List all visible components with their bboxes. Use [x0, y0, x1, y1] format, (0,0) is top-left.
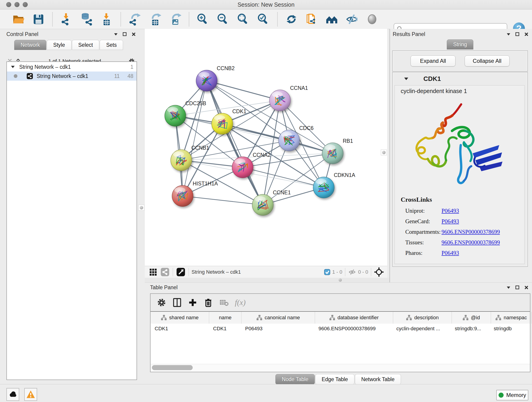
memory-button[interactable]: Memory	[496, 390, 528, 400]
network-node-CCNE1[interactable]: CCNE1	[252, 190, 291, 216]
network-node-HIST1H1A[interactable]: HIST1H1A	[172, 181, 218, 206]
crosslink-value-link[interactable]: 9606.ENSP00000378699	[442, 229, 500, 235]
birds-eye-view-icon[interactable]	[176, 267, 186, 277]
tab-select[interactable]: Select	[72, 40, 99, 50]
refresh-view-button[interactable]	[284, 12, 298, 26]
float-menu-icon[interactable]	[114, 32, 118, 37]
hide-eye-button[interactable]	[345, 12, 359, 26]
cell--id[interactable]: stringdb:9...	[451, 324, 490, 334]
import-network-database-button[interactable]	[80, 12, 94, 26]
zoom-out-button[interactable]	[216, 12, 230, 26]
delete-table-button[interactable]	[218, 297, 230, 308]
cell-namespac[interactable]: stringdb	[490, 324, 530, 334]
tab-sets[interactable]: Sets	[100, 40, 123, 50]
crosslink-row: Uniprot:P06493	[405, 206, 520, 216]
zoom-fit-button[interactable]	[236, 12, 250, 26]
right-splitter-handle[interactable]	[381, 149, 387, 155]
add-column-button[interactable]	[187, 297, 198, 308]
cell-name[interactable]: CDK1	[209, 324, 241, 334]
hidden-eye-icon[interactable]	[348, 268, 356, 276]
show-sphere-button[interactable]	[365, 12, 379, 26]
export-table-button[interactable]	[148, 12, 162, 26]
warning-button[interactable]	[24, 388, 37, 401]
delete-column-button[interactable]	[203, 297, 214, 308]
share-document-button[interactable]	[304, 12, 319, 26]
node-label: RB1	[343, 138, 353, 144]
tab-node-table[interactable]: Node Table	[275, 374, 315, 385]
cell-database-identifier[interactable]: 9606.ENSP00000378699	[314, 324, 392, 334]
network-node-CCNA1[interactable]: CCNA1	[269, 85, 308, 111]
tab-network[interactable]: Network	[14, 40, 46, 50]
grid-view-icon[interactable]	[148, 267, 158, 277]
network-node-CDK1[interactable]: CDK1	[212, 108, 246, 134]
network-edge[interactable]	[183, 81, 207, 196]
collapse-all-button[interactable]: Collapse All	[465, 56, 510, 66]
left-splitter-handle[interactable]	[138, 205, 144, 211]
tab-edge-table[interactable]: Edge Table	[315, 374, 355, 385]
crosslink-value-link[interactable]: 9606.ENSP00000378699	[442, 239, 500, 246]
column-header--id[interactable]: @id	[452, 312, 491, 324]
gene-section-header[interactable]: CDK1	[393, 72, 527, 85]
share-view-icon[interactable]	[160, 267, 170, 277]
column-header-namespac[interactable]: namespac	[491, 312, 532, 324]
home-button[interactable]	[325, 12, 339, 26]
float-panel-icon[interactable]	[515, 32, 520, 37]
function-builder-button[interactable]: f(x)	[235, 298, 246, 307]
network-row[interactable]: String Network – cdk1 11 48	[7, 71, 137, 81]
table-row[interactable]: CDK1CDK1P064939606.ENSP00000378699cyclin…	[151, 324, 530, 334]
tab-style[interactable]: Style	[47, 40, 71, 50]
scrollbar-thumb[interactable]	[152, 365, 193, 370]
save-session-button[interactable]	[32, 12, 46, 26]
tab-network-table[interactable]: Network Table	[355, 374, 401, 385]
close-panel-icon[interactable]	[131, 32, 136, 37]
column-header-name[interactable]: name	[209, 312, 241, 324]
crosslink-value-link[interactable]: P06493	[442, 218, 459, 225]
float-menu-icon[interactable]	[506, 285, 511, 290]
split-columns-button[interactable]	[171, 297, 183, 308]
network-edge[interactable]	[243, 167, 324, 187]
import-network-button[interactable]	[59, 12, 74, 26]
zoom-selected-button[interactable]	[256, 12, 271, 26]
network-label: String Network – cdk1	[37, 73, 114, 79]
selected-checkbox-icon[interactable]	[324, 269, 330, 275]
collection-expander-icon[interactable]	[11, 65, 15, 69]
network-edge[interactable]	[222, 124, 333, 153]
export-network-button[interactable]	[128, 12, 142, 26]
cloud-button[interactable]	[6, 388, 19, 401]
column-header-database-identifier[interactable]: database identifier	[315, 312, 393, 324]
cell-description[interactable]: cyclin-dependent ...	[392, 324, 451, 334]
network-node-RB1[interactable]: RB1	[322, 138, 353, 164]
fit-selected-crosshair-icon[interactable]	[374, 267, 384, 277]
network-collection-row[interactable]: String Network – cdk1 1	[7, 62, 137, 71]
column-header-shared-name[interactable]: shared name	[151, 312, 209, 324]
cell-canonical-name[interactable]: P06493	[241, 324, 314, 334]
tab-string[interactable]: String	[447, 39, 473, 50]
table-hscrollbar[interactable]	[151, 364, 530, 371]
import-table-button[interactable]	[100, 12, 114, 26]
zoom-in-button[interactable]	[196, 12, 210, 26]
float-panel-icon[interactable]	[122, 32, 127, 37]
float-menu-icon[interactable]	[506, 32, 511, 37]
cell-shared-name[interactable]: CDK1	[151, 324, 209, 334]
crosslink-value-link[interactable]: P06493	[442, 250, 459, 256]
splitter-grip-icon[interactable]	[339, 279, 342, 282]
home-icon	[325, 13, 338, 26]
hierarchy-icon	[329, 315, 335, 321]
table-gear-button[interactable]	[156, 297, 167, 308]
string-network-graph[interactable]: CCNB2 CCNA1 CDC25B CDK1	[145, 29, 387, 266]
column-header-canonical-name[interactable]: canonical name	[241, 312, 315, 324]
section-expander-icon[interactable]	[404, 76, 409, 81]
open-session-button[interactable]	[11, 12, 25, 26]
network-edge[interactable]	[183, 196, 263, 205]
expand-all-button[interactable]: Expand All	[411, 56, 456, 66]
table-panel-tabs: Node TableEdge TableNetwork Table	[145, 374, 532, 385]
network-edge[interactable]	[207, 81, 280, 100]
column-header-description[interactable]: description	[393, 312, 452, 324]
network-canvas[interactable]: CCNB2 CCNA1 CDC25B CDK1	[145, 29, 387, 266]
export-image-button[interactable]	[168, 12, 182, 26]
close-panel-icon[interactable]	[524, 32, 529, 37]
close-panel-icon[interactable]	[524, 285, 529, 290]
crosslink-value-link[interactable]: P06493	[442, 208, 459, 214]
network-node-CDKN1A[interactable]: CDKN1A	[313, 172, 355, 198]
float-panel-icon[interactable]	[515, 285, 520, 290]
